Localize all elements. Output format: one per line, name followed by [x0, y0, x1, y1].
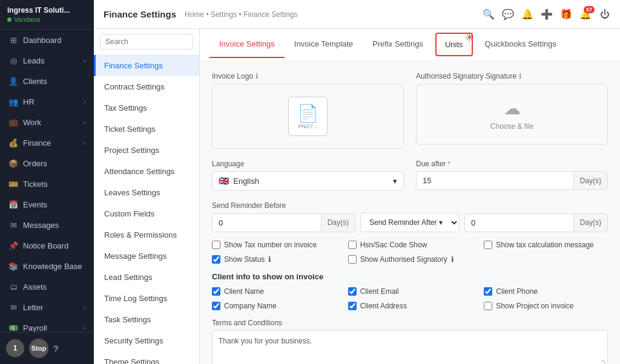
reminder-before-input[interactable] — [213, 214, 321, 232]
sidebar-item-events[interactable]: 📅 Events — [0, 194, 94, 215]
logo-signature-row: Invoice Logo ℹ 📄 PNG7... Authorised — [212, 72, 608, 149]
settings-menu-tax[interactable]: Tax Settings — [94, 97, 199, 119]
client-info-title: Client info to show on invoice — [212, 272, 608, 281]
settings-menu-project[interactable]: Project Settings — [94, 140, 199, 161]
show-authorised-help-icon[interactable]: ℹ — [451, 255, 454, 264]
reminder-after-input[interactable] — [465, 214, 573, 232]
settings-menu-timelog[interactable]: Time Log Settings — [94, 288, 199, 309]
sidebar-nav: ⊞ Dashboard ◎ Leads › 👤 Clients 👥 HR › — [0, 30, 94, 332]
page-title: Finance Settings — [104, 9, 176, 19]
client-phone-checkbox[interactable] — [484, 287, 492, 296]
due-after-suffix: Day(s) — [573, 172, 607, 189]
settings-menu-attendance[interactable]: Attendance Settings — [94, 161, 199, 182]
chevron-right-icon: › — [84, 99, 85, 105]
settings-menu-leaves[interactable]: Leaves Settings — [94, 182, 199, 203]
sidebar-item-orders[interactable]: 📦 Orders — [0, 153, 94, 174]
tab-quickbooks[interactable]: Quickbooks Settings — [475, 31, 567, 58]
sidebar-item-hr[interactable]: 👥 HR › — [0, 91, 94, 112]
show-status-checkbox[interactable] — [212, 255, 220, 264]
stop-button[interactable]: Stop — [29, 339, 48, 358]
tab-units[interactable]: Units ✳ — [435, 33, 473, 56]
signature-upload-box[interactable]: ☁ Choose & file — [416, 84, 608, 145]
show-status-help-icon[interactable]: ℹ — [268, 255, 271, 264]
settings-menu-security[interactable]: Security Settings — [94, 330, 199, 351]
checkbox-company-name: Company Name — [212, 302, 336, 310]
due-after-input[interactable] — [417, 172, 573, 189]
gift-icon[interactable]: 🎁 — [561, 9, 572, 20]
settings-menu-custom-fields[interactable]: Custom Fields — [94, 203, 199, 224]
invoice-options-checkboxes: Show Tax number on invoice Hsn/Sac Code … — [212, 241, 608, 264]
checkbox-show-tax-number: Show Tax number on invoice — [212, 241, 336, 249]
help-button[interactable]: ? — [53, 343, 58, 354]
resize-handle[interactable]: ⤡ — [601, 358, 606, 364]
sidebar-item-leads[interactable]: ◎ Leads › — [0, 50, 94, 71]
client-address-checkbox[interactable] — [348, 302, 357, 310]
show-project-checkbox[interactable] — [484, 302, 492, 310]
sidebar-item-messages[interactable]: ✉ Messages — [0, 215, 94, 235]
search-icon[interactable]: 🔍 — [483, 9, 494, 20]
message-icon[interactable]: 💬 — [503, 9, 513, 20]
sidebar-item-notice-board[interactable]: 📌 Notice Board — [0, 235, 94, 256]
logo-upload-box[interactable]: 📄 PNG7... — [212, 84, 404, 149]
client-name-checkbox[interactable] — [212, 287, 220, 296]
language-select[interactable]: 🇬🇧 English ▾ — [212, 171, 404, 190]
show-authorised-checkbox[interactable] — [348, 255, 357, 264]
settings-menu-theme[interactable]: Theme Settings — [94, 351, 199, 364]
settings-menu-ticket[interactable]: Ticket Settings — [94, 119, 199, 140]
hsn-sac-checkbox[interactable] — [348, 241, 357, 249]
settings-menu-message[interactable]: Message Settings — [94, 245, 199, 267]
sidebar-label-clients: Clients — [23, 77, 47, 86]
settings-menu-contract[interactable]: Contract Settings — [94, 76, 199, 97]
settings-search-input[interactable] — [100, 34, 193, 50]
tab-invoice-template[interactable]: Invoice Template — [285, 31, 363, 58]
signature-help-icon[interactable]: ℹ — [519, 72, 522, 80]
company-name-checkbox[interactable] — [212, 302, 220, 310]
tab-prefix-settings[interactable]: Prefix Settings — [363, 31, 433, 58]
sidebar-item-work[interactable]: 💼 Work › — [0, 112, 94, 132]
upload-icon: ☁ — [504, 99, 521, 119]
topbar: Finance Settings Home • Settings • Finan… — [94, 0, 620, 29]
topbar-actions: 🔍 💬 🔔 ➕ 🎁 🔔 57 ⏻ — [483, 9, 610, 20]
sidebar-item-payroll[interactable]: 💵 Payroll › — [0, 317, 94, 332]
sidebar-item-knowledge-base[interactable]: 📚 Knowledge Base — [0, 256, 94, 276]
sidebar-label-tickets: Tickets — [23, 180, 48, 189]
show-tax-calc-checkbox[interactable] — [484, 241, 492, 249]
due-after-col: Due after * Day(s) — [416, 160, 608, 190]
settings-menu-lead[interactable]: Lead Settings — [94, 267, 199, 288]
reminder-before-label: Send Reminder Before — [212, 201, 608, 210]
sidebar-item-tickets[interactable]: 🎫 Tickets — [0, 174, 94, 194]
chevron-right-icon: › — [84, 57, 85, 64]
settings-menu-finance[interactable]: Finance Settings — [94, 55, 199, 76]
sidebar-item-letter[interactable]: ✉ Letter › — [0, 297, 94, 317]
png-file-icon: 📄 PNG7... — [288, 97, 328, 136]
due-after-label: Due after * — [416, 160, 608, 168]
notification-bell-icon[interactable]: 🔔 57 — [580, 9, 591, 20]
tab-invoice-settings[interactable]: Invoice Settings — [209, 31, 285, 58]
online-indicator — [7, 18, 12, 22]
sidebar-label-finance: Finance — [23, 138, 51, 148]
reminder-after-select[interactable]: Send Reminder After ▾ — [360, 213, 460, 232]
breadcrumb: Home • Settings • Finance Settings — [185, 10, 298, 19]
language-due-row: Language 🇬🇧 English ▾ Due after — [212, 160, 608, 190]
terms-text-area[interactable]: Thank you for your business. ⤡ — [212, 330, 608, 364]
add-icon[interactable]: ➕ — [541, 9, 552, 20]
terms-section: Terms and Conditions Thank you for your … — [212, 319, 608, 364]
settings-menu-task[interactable]: Task Settings — [94, 309, 199, 330]
due-after-input-group: Day(s) — [416, 171, 608, 190]
logo-help-icon[interactable]: ℹ — [256, 72, 259, 80]
chevron-right-icon: › — [84, 119, 85, 126]
sidebar-item-assets[interactable]: 🗂 Assets — [0, 276, 94, 297]
cursor-burst-icon: ✳ — [465, 32, 474, 43]
settings-menu-roles[interactable]: Roles & Permissions — [94, 224, 199, 245]
sidebar-item-finance[interactable]: 💰 Finance › — [0, 132, 94, 153]
sidebar-item-dashboard[interactable]: ⊞ Dashboard — [0, 30, 94, 50]
power-icon[interactable]: ⏻ — [599, 9, 610, 20]
dashboard-icon: ⊞ — [8, 35, 18, 45]
alert-icon[interactable]: 🔔 — [522, 9, 533, 20]
terms-label: Terms and Conditions — [212, 319, 608, 327]
sidebar-item-clients[interactable]: 👤 Clients — [0, 71, 94, 91]
client-email-checkbox[interactable] — [348, 287, 357, 296]
show-tax-number-checkbox[interactable] — [212, 241, 220, 249]
chevron-right-icon: › — [84, 140, 85, 146]
work-icon: 💼 — [8, 117, 18, 127]
